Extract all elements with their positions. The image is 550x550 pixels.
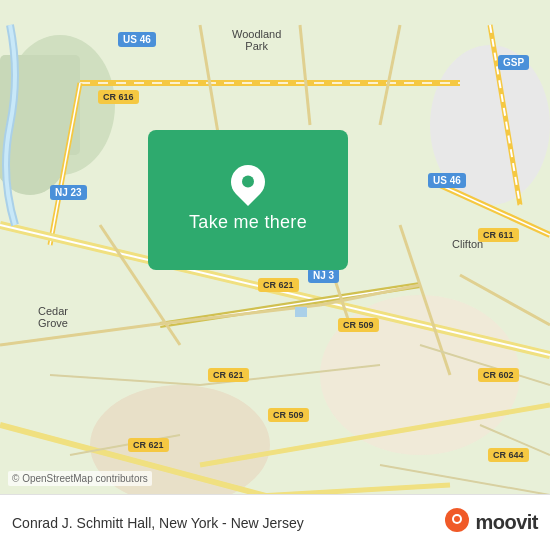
road-label-gsp: GSP bbox=[498, 55, 529, 70]
road-label-cr621-bot: CR 621 bbox=[128, 438, 169, 452]
location-pin bbox=[230, 164, 266, 200]
road-label-cr602: CR 602 bbox=[478, 368, 519, 382]
place-label-woodland-park: WoodlandPark bbox=[232, 28, 281, 52]
road-label-cr509-top: CR 509 bbox=[338, 318, 379, 332]
svg-rect-38 bbox=[295, 307, 307, 317]
road-label-nj23: NJ 23 bbox=[50, 185, 87, 200]
take-me-there-card[interactable]: Take me there bbox=[148, 130, 348, 270]
bottom-bar: Conrad J. Schmitt Hall, New York - New J… bbox=[0, 494, 550, 550]
take-me-there-button[interactable]: Take me there bbox=[181, 208, 315, 237]
road-label-nj3: NJ 3 bbox=[308, 268, 339, 283]
road-label-us46-right: US 46 bbox=[428, 173, 466, 188]
road-label-cr616: CR 616 bbox=[98, 90, 139, 104]
moovit-logo-text: moovit bbox=[475, 511, 538, 534]
road-label-cr509-bot: CR 509 bbox=[268, 408, 309, 422]
moovit-pin-icon bbox=[445, 508, 469, 538]
road-label-cr621-center: CR 621 bbox=[258, 278, 299, 292]
map-attribution: © OpenStreetMap contributors bbox=[8, 471, 152, 486]
place-label-clifton: Clifton bbox=[452, 238, 483, 250]
road-label-us46-top: US 46 bbox=[118, 32, 156, 47]
map-container: Take me there US 46 GSP CR 616 NJ 23 US … bbox=[0, 0, 550, 550]
moovit-logo: moovit bbox=[445, 508, 538, 538]
location-name: Conrad J. Schmitt Hall, New York - New J… bbox=[12, 515, 304, 531]
road-label-cr611: CR 611 bbox=[478, 228, 519, 242]
place-label-cedar-grove: CedarGrove bbox=[38, 305, 68, 329]
road-label-cr644: CR 644 bbox=[488, 448, 529, 462]
road-label-cr621-mid: CR 621 bbox=[208, 368, 249, 382]
svg-point-41 bbox=[454, 516, 460, 522]
